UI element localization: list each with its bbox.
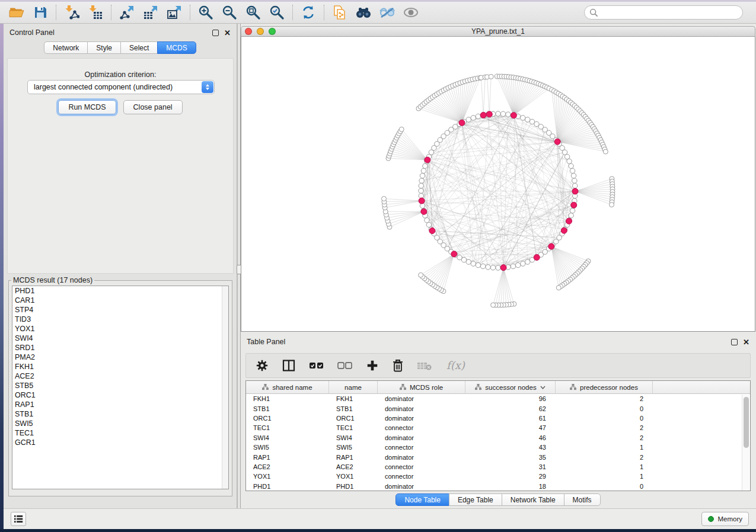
table-cell[interactable]: 18: [465, 482, 556, 491]
graph-node[interactable]: [419, 178, 424, 183]
mcds-result-item[interactable]: CAR1: [12, 296, 228, 305]
graph-node[interactable]: [486, 265, 490, 270]
table-cell[interactable]: 0: [556, 403, 653, 413]
delete-column-button[interactable]: [392, 359, 404, 372]
table-cell[interactable]: 2: [556, 433, 653, 443]
graph-node[interactable]: [421, 168, 426, 173]
import-table-button[interactable]: [84, 3, 107, 22]
graph-edge[interactable]: [384, 198, 422, 201]
tab-edge-table[interactable]: Edge Table: [449, 493, 502, 506]
table-cell[interactable]: PHD1: [246, 482, 329, 491]
graph-edge[interactable]: [401, 129, 428, 160]
graph-leaf-node[interactable]: [489, 74, 493, 79]
graph-node[interactable]: [567, 159, 572, 164]
table-cell[interactable]: ORC1: [246, 414, 329, 423]
graph-hub-node[interactable]: [566, 218, 572, 224]
graph-hub-node[interactable]: [511, 113, 516, 118]
graph-hub-node[interactable]: [425, 157, 430, 163]
column-header-MCDS-role[interactable]: MCDS role: [378, 381, 465, 394]
table-cell[interactable]: ACE2: [246, 462, 329, 472]
table-cell[interactable]: YOX1: [329, 472, 378, 481]
graph-edge[interactable]: [487, 77, 490, 114]
add-column-button[interactable]: [366, 359, 379, 372]
graph-node[interactable]: [573, 183, 578, 188]
graph-hub-node[interactable]: [554, 139, 560, 145]
graph-node[interactable]: [521, 261, 525, 266]
table-cell[interactable]: dominator: [378, 414, 465, 423]
graph-node[interactable]: [419, 193, 423, 198]
graph-edge[interactable]: [506, 77, 513, 116]
table-row[interactable]: TEC1TEC1connector472: [246, 423, 750, 432]
graph-hub-node[interactable]: [451, 251, 457, 257]
graph-node[interactable]: [490, 265, 495, 270]
mcds-result-item[interactable]: FKH1: [12, 362, 228, 371]
clone-network-button[interactable]: [328, 3, 352, 22]
table-cell[interactable]: RAP1: [329, 452, 378, 462]
table-cell[interactable]: 35: [465, 452, 556, 462]
table-cell[interactable]: SWI4: [246, 433, 329, 443]
show-all-button[interactable]: [399, 3, 423, 22]
table-cell[interactable]: 1: [556, 472, 653, 481]
graph-leaf-node[interactable]: [556, 286, 561, 290]
graph-edge[interactable]: [575, 191, 612, 205]
tab-mcds[interactable]: MCDS: [157, 41, 196, 54]
table-cell[interactable]: connector: [378, 423, 465, 432]
mcds-result-item[interactable]: STP4: [12, 305, 228, 315]
graph-edge[interactable]: [387, 211, 423, 218]
table-cell[interactable]: STB1: [329, 403, 378, 413]
optimization-criterion-select[interactable]: largest connected component (undirected): [27, 80, 215, 94]
graph-node[interactable]: [506, 112, 511, 117]
graph-edge[interactable]: [498, 268, 503, 305]
first-neighbors-button[interactable]: [352, 3, 375, 22]
network-window-titlebar[interactable]: YPA_prune.txt_1: [241, 26, 755, 37]
graph-edge[interactable]: [394, 145, 428, 160]
table-row[interactable]: ORC1ORC1dominator610: [246, 414, 750, 423]
graph-edge[interactable]: [575, 191, 613, 197]
table-cell[interactable]: ACE2: [329, 462, 378, 472]
tab-network-table[interactable]: Network Table: [502, 493, 564, 506]
graph-leaf-node[interactable]: [399, 127, 404, 132]
tab-style[interactable]: Style: [87, 41, 121, 54]
select-all-button[interactable]: [309, 361, 324, 370]
table-row[interactable]: PHD1PHD1dominator180: [246, 482, 750, 491]
graph-hub-node[interactable]: [500, 265, 506, 271]
table-cell[interactable]: 2: [556, 423, 653, 432]
graph-edge[interactable]: [446, 89, 462, 123]
graph-node[interactable]: [511, 264, 515, 268]
table-row[interactable]: SWI5SWI5connector431: [246, 443, 750, 452]
tab-network[interactable]: Network: [44, 41, 88, 54]
float-table-panel-button[interactable]: [731, 339, 738, 345]
graph-node[interactable]: [569, 213, 573, 218]
table-cell[interactable]: dominator: [378, 394, 465, 403]
close-mcds-panel-button[interactable]: Close panel: [123, 100, 183, 114]
graph-edge[interactable]: [455, 205, 574, 255]
graph-edge[interactable]: [462, 80, 470, 123]
graph-edge[interactable]: [437, 254, 454, 287]
table-cell[interactable]: 1: [556, 462, 653, 472]
graph-edge[interactable]: [422, 124, 460, 175]
graph-node[interactable]: [425, 218, 429, 223]
graph-node[interactable]: [564, 154, 569, 159]
zoom-selected-button[interactable]: [265, 3, 289, 22]
graph-edge[interactable]: [425, 216, 464, 260]
mcds-result-item[interactable]: PMA2: [12, 352, 228, 362]
table-cell[interactable]: TEC1: [246, 423, 329, 432]
graph-node[interactable]: [420, 173, 425, 178]
mcds-list-scrollbar[interactable]: [222, 286, 228, 489]
mcds-result-item[interactable]: SWI5: [12, 419, 228, 428]
table-cell[interactable]: 2: [556, 394, 653, 403]
graph-hub-node[interactable]: [459, 120, 465, 126]
zoom-out-button[interactable]: [218, 3, 241, 22]
table-cell[interactable]: 61: [465, 414, 556, 423]
mcds-result-item[interactable]: YOX1: [12, 324, 228, 334]
graph-node[interactable]: [466, 117, 471, 122]
graph-hub-node[interactable]: [534, 254, 540, 260]
table-cell[interactable]: SWI4: [329, 433, 378, 443]
graph-node[interactable]: [569, 164, 573, 168]
search-input[interactable]: [601, 8, 738, 17]
table-cell[interactable]: PHD1: [329, 482, 378, 491]
tab-node-table[interactable]: Node Table: [395, 493, 449, 506]
table-row[interactable]: ACE2ACE2connector311: [246, 462, 750, 472]
table-cell[interactable]: SWI5: [329, 443, 378, 452]
graph-leaf-node[interactable]: [491, 303, 496, 307]
